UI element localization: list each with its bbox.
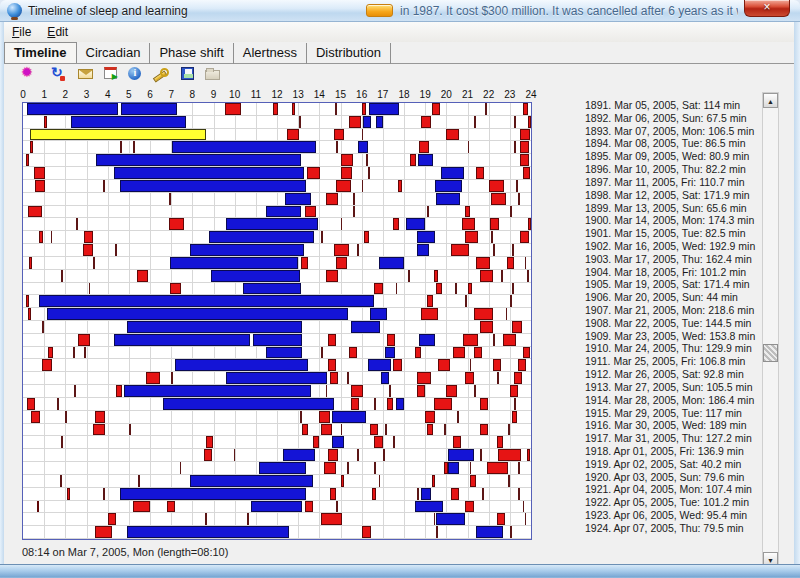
sleep-block[interactable] xyxy=(266,206,301,218)
sleep-block[interactable] xyxy=(332,436,344,448)
learning-block[interactable] xyxy=(498,449,521,461)
learning-block[interactable] xyxy=(31,411,39,423)
learning-block[interactable] xyxy=(493,359,501,371)
day-list-item[interactable]: 1918. Apr 01, 2005, Fri: 136.9 min xyxy=(585,445,777,458)
sleep-block[interactable] xyxy=(209,231,313,243)
learning-block[interactable] xyxy=(313,436,319,448)
learning-block[interactable] xyxy=(167,501,175,513)
learning-block[interactable] xyxy=(35,180,45,192)
learning-block[interactable] xyxy=(146,372,161,384)
learning-block[interactable] xyxy=(468,283,473,295)
learning-block[interactable] xyxy=(34,167,45,179)
learning-block[interactable] xyxy=(453,436,461,448)
sleep-block[interactable] xyxy=(435,180,462,192)
learning-block[interactable] xyxy=(206,436,213,448)
learning-block[interactable] xyxy=(520,154,528,166)
learning-block[interactable] xyxy=(434,270,438,282)
day-list-item[interactable]: 1913. Mar 27, 2005, Sun: 105.5 min xyxy=(585,381,777,394)
learning-block[interactable] xyxy=(84,231,92,243)
learning-block[interactable] xyxy=(470,475,476,487)
learning-block[interactable] xyxy=(330,372,338,384)
sleep-block[interactable] xyxy=(358,141,367,153)
menu-item-edit[interactable]: Edit xyxy=(39,23,76,39)
sleep-block[interactable] xyxy=(351,321,380,333)
learning-block[interactable] xyxy=(330,488,336,500)
learning-block[interactable] xyxy=(319,411,329,423)
learning-block[interactable] xyxy=(170,283,181,295)
scroll-thumb[interactable] xyxy=(763,344,778,362)
learning-block[interactable] xyxy=(273,103,278,115)
learning-block[interactable] xyxy=(451,244,470,256)
day-list-item[interactable]: 1907. Mar 21, 2005, Mon: 218.6 min xyxy=(585,304,777,317)
sleep-block[interactable] xyxy=(211,270,300,282)
learning-block[interactable] xyxy=(324,462,336,474)
learning-block[interactable] xyxy=(321,424,331,436)
learning-block[interactable] xyxy=(528,116,531,128)
learning-block[interactable] xyxy=(497,436,503,448)
learning-block[interactable] xyxy=(514,372,522,384)
learning-block[interactable] xyxy=(434,398,453,410)
learning-block[interactable] xyxy=(438,359,450,371)
day-list-item[interactable]: 1922. Apr 05, 2005, Tue: 101.2 min xyxy=(585,496,777,509)
day-list-item[interactable]: 1915. Mar 29, 2005, Tue: 117 min xyxy=(585,407,777,420)
learning-block[interactable] xyxy=(133,501,150,513)
learning-block[interactable] xyxy=(491,193,507,205)
learning-block[interactable] xyxy=(427,424,433,436)
sleep-block[interactable] xyxy=(127,526,290,538)
sleep-block[interactable] xyxy=(175,359,308,371)
learning-block[interactable] xyxy=(497,513,505,525)
learning-block[interactable] xyxy=(387,334,395,346)
learning-block[interactable] xyxy=(116,385,122,397)
learning-block[interactable] xyxy=(520,231,528,243)
mail-icon[interactable] xyxy=(78,69,93,79)
learning-block[interactable] xyxy=(436,283,442,295)
learning-block[interactable] xyxy=(225,103,241,115)
sleep-block[interactable] xyxy=(124,385,311,397)
sleep-block[interactable] xyxy=(285,193,310,205)
sleep-block[interactable] xyxy=(127,321,302,333)
sleep-block[interactable] xyxy=(417,231,436,243)
sleep-block[interactable] xyxy=(190,475,312,487)
learning-block[interactable] xyxy=(305,206,316,218)
sleep-block[interactable] xyxy=(421,488,431,500)
learning-block[interactable] xyxy=(528,218,531,230)
sleep-block[interactable] xyxy=(251,501,303,513)
day-list-item[interactable]: 1906. Mar 20, 2005, Sun: 44 min xyxy=(585,291,777,304)
learning-block[interactable] xyxy=(78,334,90,346)
learning-block[interactable] xyxy=(417,372,432,384)
learning-block[interactable] xyxy=(370,424,378,436)
learning-block[interactable] xyxy=(328,334,336,346)
save-icon[interactable] xyxy=(181,67,194,80)
learning-block[interactable] xyxy=(372,488,376,500)
tab-phase-shift[interactable]: Phase shift xyxy=(150,43,233,64)
learning-block[interactable] xyxy=(336,257,346,269)
learning-block[interactable] xyxy=(421,308,438,320)
close-button[interactable]: × xyxy=(744,0,790,17)
learning-block[interactable] xyxy=(287,129,299,141)
learning-block[interactable] xyxy=(432,475,436,487)
day-list-item[interactable]: 1916. Mar 30, 2005, Wed: 189 min xyxy=(585,419,777,432)
learning-block[interactable] xyxy=(446,385,456,397)
sleep-block[interactable] xyxy=(332,411,366,423)
sleep-block[interactable] xyxy=(370,308,387,320)
sleep-block[interactable] xyxy=(39,295,374,307)
burst-icon[interactable] xyxy=(20,66,38,82)
learning-block[interactable] xyxy=(427,295,433,307)
day-list-item[interactable]: 1891. Mar 05, 2005, Sat: 114 min xyxy=(585,99,777,112)
learning-block[interactable] xyxy=(417,385,425,397)
day-list-item[interactable]: 1908. Mar 22, 2005, Tue: 144.5 min xyxy=(585,317,777,330)
day-list-item[interactable]: 1919. Apr 02, 2005, Sat: 40.2 min xyxy=(585,458,777,471)
day-list-item[interactable]: 1903. Mar 17, 2005, Thu: 162.4 min xyxy=(585,253,777,266)
learning-block[interactable] xyxy=(26,295,29,307)
learning-block[interactable] xyxy=(474,347,482,359)
day-list-item[interactable]: 1896. Mar 10, 2005, Thu: 82.2 min xyxy=(585,163,777,176)
day-list-item[interactable]: 1901. Mar 15, 2005, Tue: 82.5 min xyxy=(585,227,777,240)
learning-block[interactable] xyxy=(328,449,338,461)
learning-block[interactable] xyxy=(27,398,35,410)
day-list-item[interactable]: 1912. Mar 26, 2005, Sat: 92.8 min xyxy=(585,368,777,381)
learning-block[interactable] xyxy=(490,218,499,230)
learning-block[interactable] xyxy=(292,103,295,115)
learning-block[interactable] xyxy=(28,206,41,218)
learning-block[interactable] xyxy=(451,488,459,500)
learning-block[interactable] xyxy=(349,116,361,128)
